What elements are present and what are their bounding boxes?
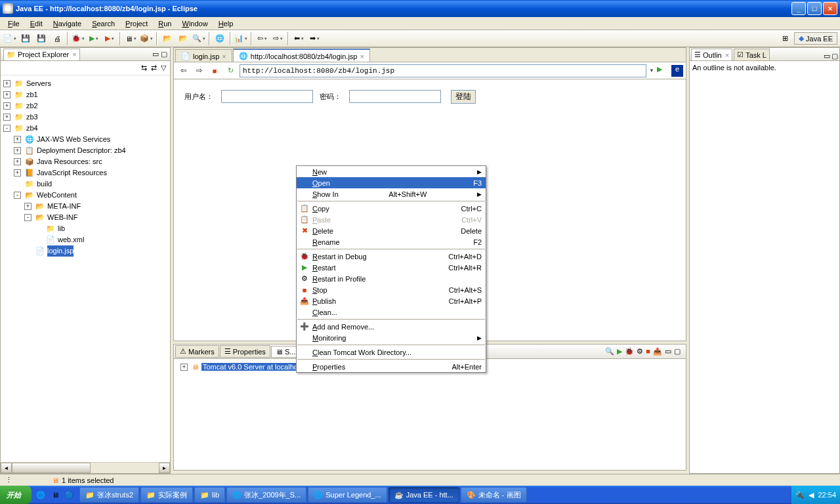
- menu-item-properties[interactable]: PropertiesAlt+Enter: [297, 361, 486, 372]
- minimize-button[interactable]: _: [791, 2, 806, 15]
- browser-back-button[interactable]: ⇦: [177, 65, 190, 77]
- print-button[interactable]: 🖨: [50, 32, 64, 46]
- editor-tab[interactable]: 📄login.jsp×: [175, 49, 232, 62]
- menu-help[interactable]: Help: [213, 18, 239, 29]
- start-button[interactable]: 开始: [0, 486, 32, 504]
- save-button[interactable]: 💾: [18, 32, 33, 46]
- browser-go-button[interactable]: ▶: [657, 65, 669, 77]
- tree-item[interactable]: +📋Deployment Descriptor: zb4: [3, 145, 167, 156]
- expand-button[interactable]: +: [14, 136, 21, 143]
- expand-button[interactable]: +: [14, 169, 21, 177]
- task-list-tab[interactable]: ☑ Task L: [734, 49, 770, 60]
- new-button[interactable]: 📄: [3, 32, 17, 46]
- menu-navigate[interactable]: Navigate: [48, 18, 87, 29]
- menu-item-clean-[interactable]: Clean...: [297, 306, 486, 318]
- menu-item-open[interactable]: OpenF3: [297, 177, 486, 188]
- java-ee-perspective[interactable]: ◆ Java EE: [794, 32, 837, 45]
- expand-button[interactable]: -: [14, 192, 21, 199]
- open-perspective-button[interactable]: ⊞: [778, 32, 792, 46]
- web-browser-button[interactable]: 🌐: [213, 32, 227, 46]
- menu-search[interactable]: Search: [87, 18, 120, 29]
- taskbar-task[interactable]: 📁lib: [194, 487, 225, 503]
- desktop-quicklaunch[interactable]: 🖥: [49, 488, 62, 502]
- debug-button[interactable]: 🐞: [71, 32, 85, 46]
- open-task-button[interactable]: 📂: [176, 32, 190, 46]
- ie-quicklaunch[interactable]: 🌐: [34, 488, 47, 502]
- project-tree[interactable]: +📁Servers+📁zb1+📁zb2+📁zb3-📁zb4+🌐JAX-WS We…: [1, 75, 170, 462]
- taskbar-task[interactable]: 📁张冰struts2: [79, 487, 139, 503]
- expand-button[interactable]: +: [180, 364, 188, 371]
- tree-item[interactable]: -📂WebContent: [3, 190, 167, 201]
- project-explorer-tab[interactable]: 📁 Project Explorer ×: [3, 49, 80, 60]
- tree-item[interactable]: +📙JavaScript Resources: [3, 167, 167, 178]
- close-icon[interactable]: ×: [72, 51, 76, 58]
- system-tray[interactable]: 🔌 ◀ 22:54: [791, 486, 840, 504]
- tray-icon[interactable]: 🔌: [795, 491, 805, 499]
- annotation-next-button[interactable]: ⇨: [270, 32, 285, 46]
- tree-item[interactable]: 📄login.jsp: [3, 245, 167, 257]
- menu-item-restart-in-profile[interactable]: ⚙Restart in Profile: [297, 273, 486, 284]
- expand-button[interactable]: -: [24, 214, 32, 221]
- search-button[interactable]: 🔍: [192, 32, 206, 46]
- browser-forward-button[interactable]: ⇨: [192, 65, 205, 77]
- annotation-prev-button[interactable]: ⇦: [255, 32, 269, 46]
- tree-item[interactable]: +📁zb3: [3, 112, 167, 123]
- menu-item-new[interactable]: New▶: [297, 166, 486, 177]
- back-button[interactable]: ⬅: [291, 32, 306, 46]
- minimize-view-button[interactable]: ▭: [152, 50, 159, 58]
- menu-item-rename[interactable]: RenameF2: [297, 236, 486, 247]
- menu-item-publish[interactable]: 📤PublishCtrl+Alt+P: [297, 295, 486, 306]
- maximize-view-button[interactable]: ▢: [674, 347, 681, 356]
- view-menu-button[interactable]: ▽: [161, 64, 166, 72]
- browser-refresh-button[interactable]: ↻: [224, 65, 237, 77]
- expand-button[interactable]: +: [3, 91, 10, 98]
- scrollbar-horizontal[interactable]: ◄►: [1, 462, 170, 473]
- publish-server-button[interactable]: 📤: [653, 347, 662, 356]
- tree-item[interactable]: -📁zb4: [3, 123, 167, 134]
- tree-item[interactable]: -📂WEB-INF: [3, 212, 167, 223]
- menu-window[interactable]: Window: [177, 18, 213, 29]
- tree-item[interactable]: +📁Servers: [3, 78, 167, 89]
- expand-button[interactable]: +: [24, 203, 32, 210]
- bottom-tab[interactable]: ☰Properties: [220, 345, 270, 358]
- tree-item[interactable]: +📦Java Resources: src: [3, 156, 167, 167]
- menu-item-restart[interactable]: ▶RestartCtrl+Alt+R: [297, 262, 486, 273]
- menu-item-monitoring[interactable]: Monitoring▶: [297, 332, 486, 343]
- taskbar-task[interactable]: 🌐张冰_2009年_S...: [226, 487, 306, 503]
- expand-button[interactable]: +: [3, 102, 10, 110]
- tree-item[interactable]: 📄web.xml: [3, 234, 167, 245]
- tree-item[interactable]: 📁build: [3, 178, 167, 190]
- username-field[interactable]: [221, 90, 313, 103]
- collapse-all-button[interactable]: ⇆: [141, 64, 147, 72]
- taskbar-task[interactable]: 🌐Super Legend_...: [308, 487, 387, 503]
- close-button[interactable]: ×: [823, 2, 837, 15]
- menu-item-show-in[interactable]: Show InAlt+Shift+W▶: [297, 188, 486, 200]
- menu-item-copy[interactable]: 📋CopyCtrl+C: [297, 203, 486, 214]
- taskbar-task[interactable]: 🎨未命名 - 画图: [461, 487, 527, 503]
- run-button[interactable]: ▶: [87, 32, 101, 46]
- menu-item-clean-tomcat-work-directory-[interactable]: Clean Tomcat Work Directory...: [297, 346, 486, 358]
- forward-button[interactable]: ➡: [307, 32, 322, 46]
- menu-item-delete[interactable]: ✖DeleteDelete: [297, 225, 486, 236]
- jpa-button[interactable]: 📊: [234, 32, 248, 46]
- close-icon[interactable]: ×: [725, 51, 729, 59]
- tree-item[interactable]: +📂META-INF: [3, 201, 167, 212]
- debug-server-button[interactable]: 🐞: [625, 347, 634, 356]
- menu-file[interactable]: File: [3, 18, 25, 29]
- menu-item-restart-in-debug[interactable]: 🐞Restart in DebugCtrl+Alt+D: [297, 251, 486, 262]
- minimize-view-button[interactable]: ▭: [665, 347, 671, 356]
- start-server-button[interactable]: ▶: [617, 347, 622, 356]
- menu-run[interactable]: Run: [153, 18, 177, 29]
- maximize-view-button[interactable]: ▢: [831, 52, 838, 60]
- new-ejb-button[interactable]: 📦: [139, 32, 154, 46]
- login-button[interactable]: 登陆: [451, 90, 476, 104]
- run-last-button[interactable]: ▶: [102, 32, 117, 46]
- expand-button[interactable]: +: [14, 158, 21, 165]
- expand-button[interactable]: -: [3, 125, 10, 132]
- stop-server-button[interactable]: ■: [646, 347, 650, 356]
- expand-button[interactable]: +: [3, 80, 10, 87]
- expand-button[interactable]: +: [14, 147, 21, 154]
- tree-item[interactable]: +📁zb1: [3, 89, 167, 100]
- tree-item[interactable]: 📁lib: [3, 223, 167, 234]
- tree-item[interactable]: +📁zb2: [3, 100, 167, 112]
